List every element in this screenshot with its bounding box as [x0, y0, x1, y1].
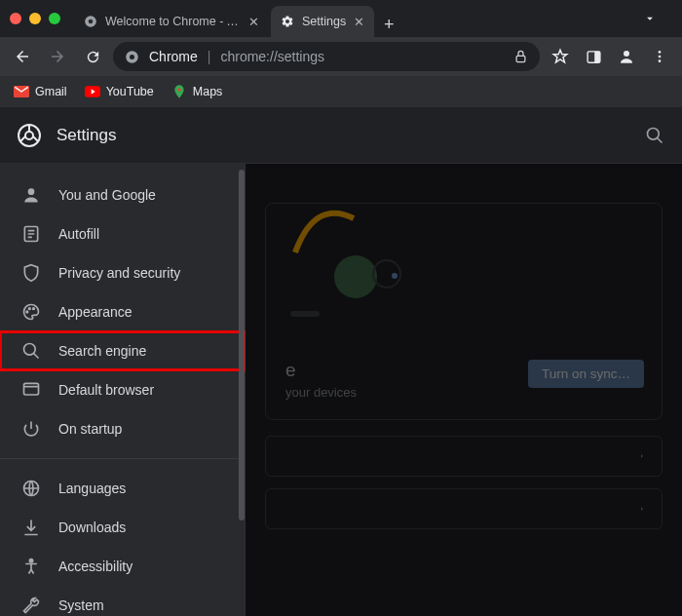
tab-strip: Welcome to Chrome - Add boo ✕ Settings ✕… — [74, 0, 643, 37]
sidebar-item-label: Languages — [58, 481, 126, 496]
bookmark-youtube[interactable]: YouTube — [85, 84, 154, 99]
sidebar-item-label: Default browser — [58, 382, 154, 398]
sidebar-item-label: Accessibility — [58, 558, 133, 574]
sidebar-item-privacy[interactable]: Privacy and security — [0, 253, 245, 292]
svg-point-16 — [648, 128, 660, 139]
svg-point-13 — [177, 88, 180, 91]
youtube-icon — [85, 84, 100, 99]
search-icon — [21, 341, 41, 361]
tab-label: Welcome to Chrome - Add boo — [105, 15, 241, 28]
back-button[interactable] — [8, 42, 37, 71]
sidebar-item-label: System — [58, 597, 104, 613]
svg-rect-23 — [24, 383, 39, 395]
svg-point-26 — [334, 255, 377, 298]
svg-point-10 — [659, 59, 662, 62]
settings-row[interactable] — [265, 488, 663, 529]
maximize-window-button[interactable] — [49, 13, 60, 24]
sidebar-scrollbar[interactable] — [239, 170, 245, 520]
omnibox-url: chrome://settings — [220, 49, 324, 64]
settings-header: Settings — [0, 107, 682, 164]
sync-promo-illustration — [285, 194, 461, 330]
svg-rect-4 — [516, 56, 525, 61]
svg-point-1 — [89, 19, 94, 24]
sidebar-item-label: Appearance — [58, 304, 133, 320]
close-tab-icon[interactable]: ✕ — [248, 15, 259, 29]
sidebar-item-autofill[interactable]: Autofill — [0, 214, 245, 253]
window-menu-chevron-icon[interactable] — [643, 12, 672, 25]
new-tab-button[interactable]: + — [376, 12, 401, 37]
bookmark-label: YouTube — [106, 85, 154, 98]
mac-traffic-lights — [10, 13, 60, 24]
sidebar-item-search-engine[interactable]: Search engine — [0, 331, 245, 370]
settings-sidebar: You and Google Autofill Privacy and secu… — [0, 164, 246, 616]
close-tab-icon[interactable]: ✕ — [354, 15, 364, 29]
profile-avatar-icon[interactable] — [612, 42, 641, 71]
power-icon — [21, 419, 41, 439]
kebab-menu-icon[interactable] — [645, 42, 674, 71]
bookmark-star-icon[interactable] — [546, 42, 575, 71]
chevron-right-icon — [638, 503, 646, 515]
minimize-window-button[interactable] — [29, 13, 41, 24]
svg-rect-6 — [594, 51, 600, 61]
settings-main-content: e your devices Turn on sync… — [246, 164, 682, 616]
sidebar-divider — [0, 458, 245, 459]
svg-point-25 — [29, 559, 32, 562]
tab-label: Settings — [302, 15, 346, 28]
gear-icon — [281, 15, 294, 28]
sidebar-item-label: Autofill — [58, 226, 99, 242]
browser-toolbar: Chrome | chrome://settings — [0, 37, 682, 76]
chevron-right-icon — [638, 450, 646, 462]
svg-point-8 — [659, 51, 662, 54]
svg-point-9 — [659, 56, 662, 58]
bookmark-label: Maps — [193, 85, 223, 98]
close-window-button[interactable] — [10, 13, 21, 24]
globe-icon — [21, 479, 41, 498]
side-panel-icon[interactable] — [579, 42, 608, 71]
svg-point-20 — [29, 308, 31, 310]
sidebar-item-system[interactable]: System — [0, 586, 245, 616]
tab-welcome[interactable]: Welcome to Chrome - Add boo ✕ — [74, 6, 269, 37]
sidebar-item-default-browser[interactable]: Default browser — [0, 370, 245, 409]
bookmarks-bar: Gmail YouTube Maps — [0, 76, 682, 107]
window-titlebar: Welcome to Chrome - Add boo ✕ Settings ✕… — [0, 0, 682, 37]
bookmark-gmail[interactable]: Gmail — [14, 84, 67, 99]
shield-icon — [21, 263, 41, 283]
svg-point-22 — [24, 344, 36, 356]
maps-icon — [171, 84, 187, 99]
sidebar-item-appearance[interactable]: Appearance — [0, 292, 245, 331]
bookmark-maps[interactable]: Maps — [171, 84, 223, 99]
svg-point-21 — [33, 308, 35, 310]
bookmark-label: Gmail — [35, 85, 67, 98]
chrome-favicon-icon — [84, 15, 97, 28]
sidebar-item-you-and-google[interactable]: You and Google — [0, 175, 245, 214]
turn-on-sync-button[interactable]: Turn on sync… — [528, 360, 644, 388]
chrome-logo-icon — [18, 124, 41, 147]
sidebar-item-label: On startup — [58, 421, 122, 437]
download-icon — [21, 518, 41, 537]
svg-point-7 — [624, 51, 629, 57]
forward-button[interactable] — [43, 42, 72, 71]
autofill-icon — [21, 224, 41, 244]
share-icon[interactable] — [513, 50, 528, 64]
svg-point-17 — [28, 188, 35, 195]
sidebar-item-label: Privacy and security — [58, 265, 180, 281]
settings-row[interactable] — [265, 436, 663, 477]
tab-settings[interactable]: Settings ✕ — [271, 6, 374, 37]
svg-rect-29 — [290, 311, 320, 317]
reload-button[interactable] — [78, 42, 107, 71]
sidebar-item-accessibility[interactable]: Accessibility — [0, 547, 245, 586]
omnibox-app-label: Chrome — [149, 49, 198, 64]
sidebar-item-label: Downloads — [58, 520, 126, 535]
page-title: Settings — [57, 126, 116, 145]
omnibox-separator: | — [208, 49, 211, 64]
address-bar[interactable]: Chrome | chrome://settings — [113, 42, 540, 71]
gmail-icon — [14, 84, 29, 99]
wrench-icon — [21, 596, 41, 615]
search-settings-button[interactable] — [645, 126, 664, 145]
chrome-icon — [125, 50, 139, 64]
sidebar-item-on-startup[interactable]: On startup — [0, 409, 245, 448]
sidebar-item-languages[interactable]: Languages — [0, 469, 245, 508]
sidebar-item-downloads[interactable]: Downloads — [0, 508, 245, 547]
browser-icon — [21, 380, 41, 400]
palette-icon — [21, 302, 41, 322]
